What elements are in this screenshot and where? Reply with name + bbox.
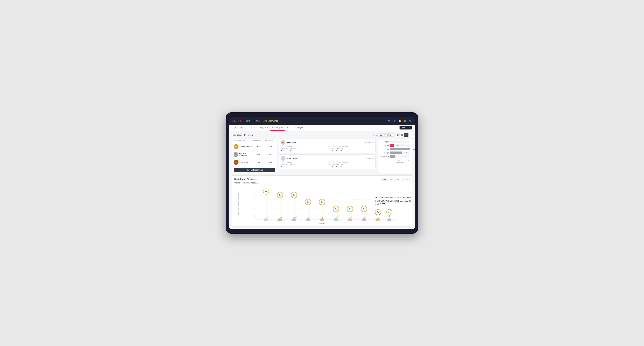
svg-text:8: 8 (254, 194, 256, 196)
bar-dbogeys: D. Bogeys + 131 (379, 155, 410, 158)
filter-putt[interactable]: PUTT (402, 178, 410, 181)
avatar-3: C 3 (234, 160, 238, 165)
table-header: PLAYER NAME PB SCORE PB AVG SQ (232, 139, 277, 143)
subnav-pga[interactable]: PGA (249, 125, 257, 131)
nav-home[interactable]: Home (245, 120, 250, 122)
subnav-tour[interactable]: Tour (285, 125, 292, 131)
annotation-text: Here you can see streaks your players ha… (376, 196, 414, 206)
practice-act-label-josh: Total Practice Activities (328, 162, 374, 163)
streaks-title: Best Round Streaks (234, 178, 254, 180)
card-avatar-josh: JC (281, 156, 286, 161)
pb-score-3: 17/20 (252, 161, 265, 163)
bar-eagles: Eagles 3 (379, 141, 410, 143)
add-team-button[interactable]: Add Team (400, 126, 412, 130)
bar-label-birdies: Birdies (379, 145, 389, 146)
nav-bar: clippd Home Teams My Performance 🔍 👤 🔔 ⚙… (229, 117, 415, 125)
svg-text:6: 6 (254, 201, 256, 203)
avatar-1: RB 1 (234, 144, 238, 149)
y-axis-label: Best Streak, Fairway Accuracy (238, 193, 240, 215)
axis-0: 0 (390, 159, 390, 161)
bar-container-birdies: 96 (390, 144, 410, 147)
col-player-name: PLAYER NAME (234, 140, 252, 142)
practice-val-rees: 4 (290, 149, 296, 152)
list-view-btn[interactable]: ☰ (400, 133, 404, 137)
nav-links: Home Teams My Performance (245, 120, 384, 122)
stat-practice-rees: Total Practice Activities OTT 0 APP 0 (328, 146, 374, 152)
x-axis-label: Players (234, 223, 410, 224)
annotation-arrow-2 (410, 178, 415, 196)
tournament-label: Tournament (281, 148, 288, 149)
svg-text:4x: 4x (363, 208, 365, 210)
sub-nav: PGAT Players PGA Hcaps 1-5 Team Clippd T… (229, 125, 415, 131)
show-label: Show (372, 134, 377, 136)
grid-view-btn[interactable]: ☷ (396, 133, 400, 137)
app-josh: 0 (332, 165, 335, 168)
player-name-3: Cameron... (240, 161, 249, 163)
edit-icon[interactable]: ✎ (254, 134, 256, 136)
table-view-btn[interactable]: ✏ (408, 133, 412, 137)
subnav-team-clippd[interactable]: Team Clippd (270, 125, 285, 131)
bar-label-bogeys: Bogeys (379, 152, 389, 154)
settings-icon[interactable]: ⚙ (404, 120, 406, 122)
annotation-box: Here you can see streaks your players ha… (376, 196, 414, 206)
main-content: Team Clippd | 14 Players ✎ Show Last 3 m… (229, 131, 415, 229)
card-header-josh: JC Josh Coles 26 Aug 2023 (281, 156, 374, 161)
bell-icon[interactable]: 🔔 (398, 120, 402, 122)
table-row: RB 1 Richard Butler 19/20 110 (232, 143, 277, 151)
view-leaderboard-button[interactable]: View Full Leaderboard (234, 168, 275, 172)
streaks-section: Best Round Streaks ← OTT APP ARG PUTT Of… (232, 175, 412, 227)
player-card-josh: JC Josh Coles 26 Aug 2023 Total Rounds T… (279, 155, 376, 169)
bar-container-eagles: 3 (390, 141, 410, 143)
avatar-2: EC 2 (234, 152, 238, 157)
bar-container-pars: 499 (390, 148, 410, 150)
bar-label-dbogeys: D. Bogeys + (379, 156, 389, 157)
arg-rees: 0 (336, 149, 339, 152)
svg-text:6x: 6x (279, 194, 281, 196)
team-title: Team Clippd | 14 Players (232, 134, 253, 136)
section-header: Team Clippd | 14 Players ✎ Show Last 3 m… (232, 133, 412, 137)
card-view-btn[interactable]: ◻ (404, 133, 408, 137)
view-icons: ☷ ☰ ◻ ✏ (396, 133, 412, 137)
subnav-all-players[interactable]: All Players (293, 125, 306, 131)
putt-josh: 1 (341, 165, 344, 168)
subnav-hcaps[interactable]: Hcaps 1-5 (257, 125, 270, 131)
search-icon[interactable]: 🔍 (388, 120, 390, 122)
bar-bogeys: Bogeys 311 (379, 152, 410, 154)
rank-badge-3: 3 (236, 163, 238, 165)
tournament-val-rees: 7 (281, 149, 288, 152)
bar-pars: Pars 499 (379, 148, 410, 150)
bar-label-pars: Pars (379, 148, 389, 150)
nav-teams[interactable]: Teams (254, 120, 260, 122)
rank-badge-2: 2 (236, 155, 238, 157)
col-pb-avg: PB AVG SQ (265, 140, 275, 142)
user-icon[interactable]: 👤 (393, 120, 396, 122)
filter-app[interactable]: APP (388, 178, 394, 181)
three-col-layout: PLAYER NAME PB SCORE PB AVG SQ RB 1 Rich… (232, 139, 412, 174)
player-cards: RB Rees Britt 02 Sep 2023 Total Rounds T… (279, 139, 376, 174)
table-row: EC 2 Edward Crossman 18/20 107 (232, 151, 277, 159)
col-pb-score: PB SCORE (252, 140, 265, 142)
player-info-1: RB 1 Richard Butler (234, 144, 252, 149)
player-info-2: EC 2 Edward Crossman (234, 152, 252, 157)
card-stats-josh: Total Rounds Tournament 7 Practice 2 (281, 162, 374, 168)
practice-act-label: Total Practice Activities (328, 146, 374, 147)
tablet-screen: clippd Home Teams My Performance 🔍 👤 🔔 ⚙… (229, 117, 415, 229)
avatar-nav[interactable]: 👤 (408, 120, 412, 122)
subnav-pgat[interactable]: PGAT Players (232, 125, 249, 131)
filter-ott[interactable]: OTT (381, 178, 388, 181)
player-name-2: Edward Crossman (239, 152, 252, 157)
pb-avg-3: 103 (265, 161, 275, 163)
svg-text:5x: 5x (307, 201, 309, 203)
card-stats-rees: Total Rounds Tournament 7 Practice 4 (281, 146, 374, 152)
streaks-filter-controls: OTT APP ARG PUTT (381, 178, 410, 181)
putt-rees: 0 (341, 149, 344, 152)
svg-text:4x: 4x (349, 208, 351, 210)
chart-title: Total Shots (379, 161, 410, 163)
card-date-rees: 02 Sep 2023 (365, 142, 374, 143)
svg-text:6x: 6x (293, 194, 295, 196)
nav-my-performance[interactable]: My Performance (263, 120, 278, 122)
period-select[interactable]: Last 3 months (378, 133, 394, 137)
filter-arg[interactable]: ARG (395, 178, 402, 181)
pb-score-1: 19/20 (252, 146, 265, 148)
bar-container-dbogeys: 131 (390, 155, 410, 158)
